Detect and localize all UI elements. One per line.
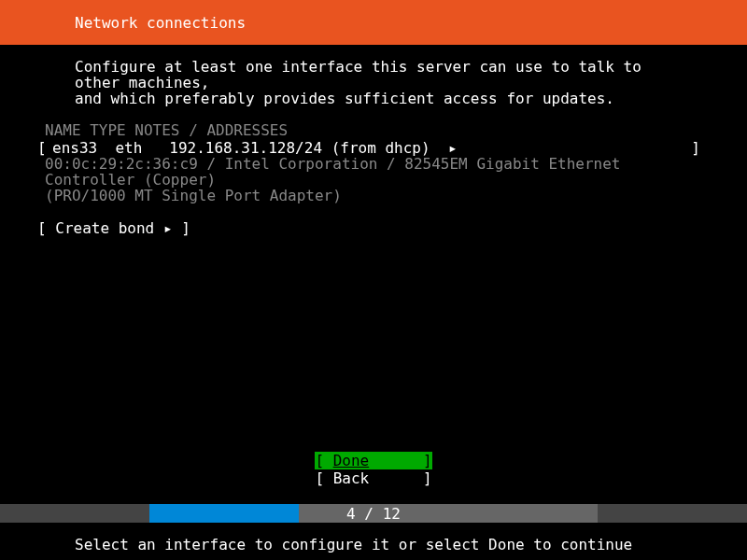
- create-bond-button[interactable]: [ Create bond ▸ ]: [0, 204, 747, 237]
- header-bar: Network connections: [0, 0, 747, 45]
- instruction-line-1: Configure at least one interface this se…: [75, 60, 672, 91]
- bond-label: Create bond: [55, 219, 154, 237]
- table-header: NAME TYPE NOTES / ADDRESSES: [0, 106, 747, 139]
- instruction-line-2: and which preferably provides sufficient…: [75, 91, 672, 107]
- done-label: Done: [333, 452, 370, 469]
- bracket-left: [: [37, 219, 55, 237]
- bracket-right: ]: [181, 219, 190, 237]
- done-button[interactable]: [ Done ]: [315, 452, 431, 469]
- progress-text: 4 / 12: [0, 505, 747, 523]
- back-label: Back: [333, 469, 370, 487]
- interface-detail-2: (PRO/1000 MT Single Port Adapter): [0, 189, 747, 204]
- back-button[interactable]: [ Back ]: [315, 469, 431, 487]
- instructions: Configure at least one interface this se…: [0, 45, 747, 106]
- interface-detail-1: 00:0c:29:2c:36:c9 / Intel Corporation / …: [0, 157, 747, 189]
- bracket-right: ]: [691, 139, 710, 157]
- progress-bar: 4 / 12: [0, 504, 747, 523]
- footer-hint: Select an interface to configure it or s…: [75, 536, 632, 553]
- page-title: Network connections: [75, 14, 246, 32]
- chevron-right-icon: ▸: [163, 219, 173, 237]
- buttons-area: [ Done ] [ Back ]: [0, 452, 747, 487]
